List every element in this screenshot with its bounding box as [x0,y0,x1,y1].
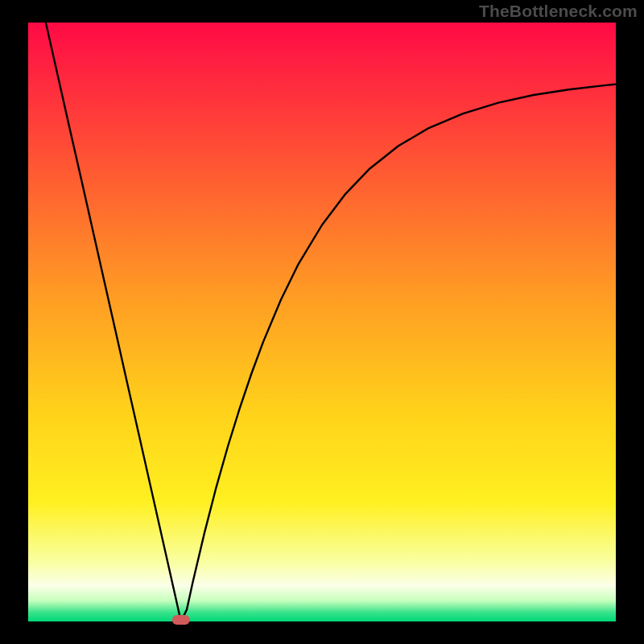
chart-plot-area [28,23,616,621]
optimal-point-marker [172,615,190,625]
bottleneck-chart [0,0,644,644]
attribution-text: TheBottleneck.com [479,2,638,21]
